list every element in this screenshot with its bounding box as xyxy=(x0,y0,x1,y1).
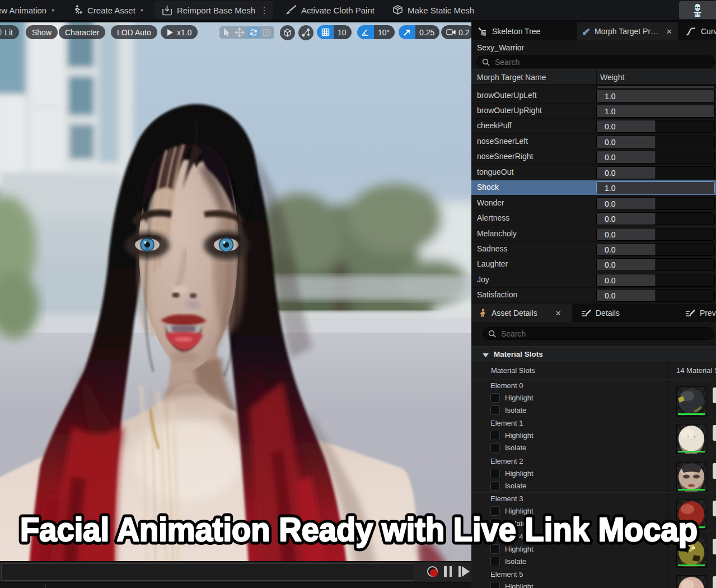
svg-text:Facial Animation Ready with Li: Facial Animation Ready with Live Link Mo… xyxy=(20,511,698,548)
